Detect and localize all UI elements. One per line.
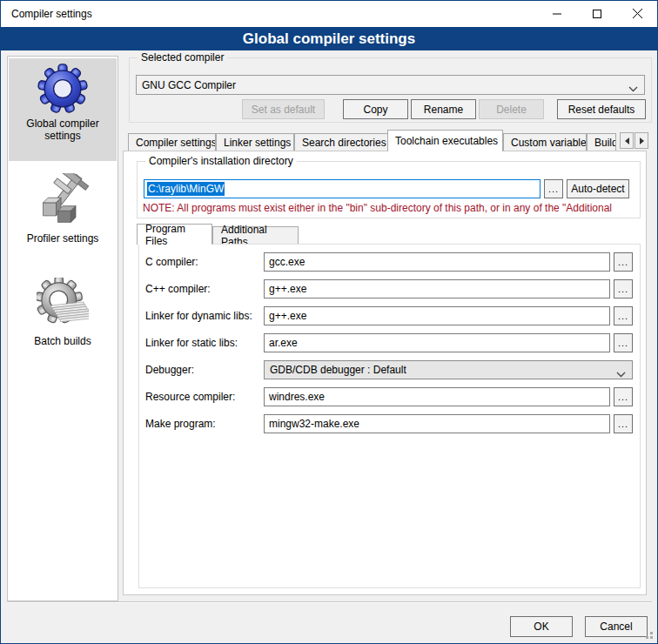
c-compiler-label: C compiler: <box>145 252 262 272</box>
tab-linker-settings[interactable]: Linker settings <box>216 133 294 151</box>
reset-defaults-button[interactable]: Reset defaults <box>557 99 646 119</box>
footer-separator <box>7 601 652 603</box>
ok-button[interactable]: OK <box>510 616 573 637</box>
arrow-left-icon <box>625 138 629 144</box>
dialog-header-title: Global compiler settings <box>243 30 415 48</box>
delete-button[interactable]: Delete <box>479 99 544 119</box>
compiler-select-value: GNU GCC Compiler <box>142 79 236 91</box>
cpp-compiler-input[interactable] <box>264 279 610 299</box>
compiler-select[interactable]: GNU GCC Compiler <box>136 75 645 95</box>
cpp-compiler-browse-button[interactable]: ... <box>614 279 633 299</box>
chevron-down-icon <box>628 83 638 95</box>
maximize-icon <box>593 10 601 18</box>
sidebar-item-label: Global compiler settings <box>9 117 117 142</box>
sidebar-item-label: Batch builds <box>9 335 117 347</box>
resource-compiler-label: Resource compiler: <box>145 387 262 406</box>
settings-sidebar: Global compiler settings <box>7 56 118 601</box>
auto-detect-button[interactable]: Auto-detect <box>567 179 629 198</box>
selected-compiler-group-label: Selected compiler <box>138 51 227 64</box>
window-title: Compiler settings <box>11 1 92 27</box>
linker-dynamic-label: Linker for dynamic libs: <box>145 306 262 325</box>
tab-compiler-settings[interactable]: Compiler settings <box>128 133 216 151</box>
set-as-default-button[interactable]: Set as default <box>242 99 325 119</box>
cpp-compiler-label: C++ compiler: <box>145 279 262 299</box>
make-program-input[interactable] <box>264 414 610 433</box>
tab-search-directories[interactable]: Search directories <box>294 133 388 151</box>
rename-button[interactable]: Rename <box>411 99 476 119</box>
install-dir-note: NOTE: All programs must exist either in … <box>143 202 635 215</box>
dialog-header: Global compiler settings <box>1 27 657 50</box>
c-compiler-browse-button[interactable]: ... <box>614 252 633 272</box>
blue-gear-icon <box>9 64 117 114</box>
compiler-settings-dialog: Compiler settings Global compiler settin… <box>0 0 658 644</box>
linker-dynamic-browse-button[interactable]: ... <box>614 306 633 325</box>
cancel-button[interactable]: Cancel <box>585 616 648 637</box>
caliper-cubes-icon <box>9 173 117 229</box>
maximize-button[interactable] <box>577 1 617 26</box>
install-dir-group-label: Compiler's installation directory <box>145 155 297 167</box>
make-program-browse-button[interactable]: ... <box>614 414 633 433</box>
chevron-down-icon <box>616 368 626 380</box>
linker-static-browse-button[interactable]: ... <box>614 333 633 352</box>
linker-dynamic-input[interactable] <box>264 306 610 325</box>
arrow-right-icon <box>640 138 644 144</box>
subtab-additional-paths[interactable]: Additional Paths <box>212 226 299 245</box>
install-dir-input[interactable]: C:\raylib\MinGW <box>144 179 540 198</box>
resource-compiler-browse-button[interactable]: ... <box>614 387 633 406</box>
sidebar-item-label: Profiler settings <box>9 232 117 245</box>
minimize-icon <box>553 10 561 18</box>
install-dir-value: C:\raylib\MinGW <box>147 182 225 196</box>
tab-toolchain-executables[interactable]: Toolchain executables <box>387 130 503 151</box>
tab-custom-variables[interactable]: Custom variables <box>503 133 587 151</box>
tab-scroll-left-button[interactable] <box>620 132 634 149</box>
resize-grip[interactable] <box>650 636 653 639</box>
close-button[interactable] <box>617 1 657 26</box>
sidebar-item-batch-builds[interactable]: Batch builds <box>9 272 117 359</box>
subtab-program-files[interactable]: Program Files <box>137 224 212 245</box>
debugger-select-value: GDB/CDB debugger : Default <box>270 364 406 376</box>
minimize-button[interactable] <box>537 1 577 26</box>
make-program-label: Make program: <box>145 414 262 433</box>
close-icon <box>633 9 642 18</box>
sidebar-item-global-compiler-settings[interactable]: Global compiler settings <box>9 58 117 161</box>
tab-build-options[interactable]: Build <box>587 133 616 151</box>
debugger-select[interactable]: GDB/CDB debugger : Default <box>264 360 633 379</box>
tab-scroll-right-button[interactable] <box>634 132 648 149</box>
linker-static-label: Linker for static libs: <box>145 333 262 352</box>
gray-gear-stack-icon <box>9 278 117 332</box>
resource-compiler-input[interactable] <box>264 387 610 406</box>
c-compiler-input[interactable] <box>264 252 610 272</box>
install-dir-browse-button[interactable]: ... <box>544 179 563 198</box>
sidebar-item-profiler-settings[interactable]: Profiler settings <box>9 168 117 255</box>
copy-button[interactable]: Copy <box>343 99 408 119</box>
debugger-label: Debugger: <box>145 360 262 379</box>
linker-static-input[interactable] <box>264 333 610 352</box>
